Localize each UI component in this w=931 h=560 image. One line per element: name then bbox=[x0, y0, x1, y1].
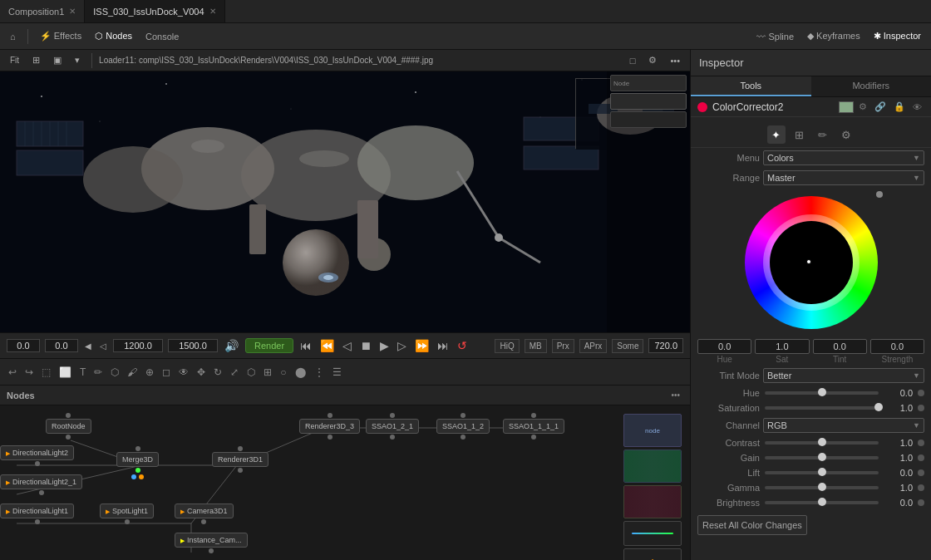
wand-tool-icon[interactable]: ✦ bbox=[767, 125, 786, 144]
gamma-slider-track[interactable] bbox=[765, 486, 879, 489]
node-dl1[interactable]: DirectionalLight1 bbox=[0, 504, 74, 525]
range-dropdown[interactable]: Master ▼ bbox=[763, 170, 924, 185]
paint-btn[interactable]: ✏ bbox=[91, 365, 106, 380]
contrast-slider-track[interactable] bbox=[765, 441, 879, 445]
channel-dropdown[interactable]: RGB ▼ bbox=[763, 418, 924, 433]
prev-btn[interactable]: ◀ bbox=[83, 340, 93, 352]
grid-tool-icon[interactable]: ⊞ bbox=[791, 125, 809, 144]
thumb-node-5[interactable]: ◆ bbox=[623, 548, 682, 560]
eye-btn[interactable]: 👁 bbox=[175, 365, 192, 380]
offset-input[interactable] bbox=[45, 339, 78, 352]
audio-btn[interactable]: 🔊 bbox=[223, 337, 240, 354]
step-fwd-btn[interactable]: ▷ bbox=[396, 337, 408, 354]
path-btn[interactable]: ⬡ bbox=[244, 365, 259, 380]
toolbar-home-btn[interactable]: ⌂ bbox=[5, 30, 21, 43]
nodes-btn[interactable]: ⬡ Nodes bbox=[90, 29, 137, 43]
node-inner-ssao12[interactable]: SSAO1_1_2 bbox=[436, 419, 490, 434]
menu-dropdown[interactable]: Colors ▼ bbox=[763, 150, 924, 165]
sat-value-input[interactable] bbox=[755, 339, 809, 354]
move-btn[interactable]: ✥ bbox=[194, 365, 209, 380]
node-settings-btn[interactable]: ⚙ bbox=[856, 101, 869, 113]
fast-fwd-btn[interactable]: ⏩ bbox=[413, 337, 431, 354]
saturation-slider-track[interactable] bbox=[765, 406, 879, 410]
tab-modifiers[interactable]: Modifiers bbox=[811, 76, 932, 96]
viewer-settings-btn[interactable]: ⚙ bbox=[643, 53, 662, 67]
tab-composition1[interactable]: Composition1 ✕ bbox=[0, 0, 85, 22]
node-instance[interactable]: Instance_Cam... bbox=[175, 533, 248, 554]
gain-slider-track[interactable] bbox=[765, 456, 879, 459]
end-frame-input[interactable] bbox=[168, 339, 218, 352]
text-btn[interactable]: T bbox=[76, 365, 89, 380]
color-wheel-wrapper[interactable] bbox=[745, 196, 878, 329]
tab-tools[interactable]: Tools bbox=[691, 76, 811, 96]
time-input[interactable] bbox=[7, 339, 40, 352]
node-renderer3d3[interactable]: Renderer3D_3 bbox=[299, 412, 360, 440]
tint-mode-dropdown[interactable]: Better ▼ bbox=[763, 368, 924, 383]
console-btn[interactable]: Console bbox=[140, 30, 184, 43]
node-inner-dl21[interactable]: DirectionalLight2_1 bbox=[0, 474, 82, 489]
node-rootnode[interactable]: RootNode bbox=[46, 412, 91, 440]
select-btn[interactable]: ⬚ bbox=[38, 365, 54, 380]
brush-btn[interactable]: 🖌 bbox=[124, 365, 140, 380]
hue-slider-thumb[interactable] bbox=[818, 388, 826, 396]
node-inner-dl1[interactable]: DirectionalLight1 bbox=[0, 504, 74, 518]
thumb-node-2[interactable] bbox=[623, 449, 682, 483]
hue-slider-track[interactable] bbox=[765, 391, 879, 395]
spline-btn[interactable]: 〰 Spline bbox=[751, 30, 799, 43]
contrast-reset[interactable] bbox=[918, 440, 924, 446]
settings-tool-icon[interactable]: ⚙ bbox=[837, 125, 855, 144]
node-dl21[interactable]: DirectionalLight2_1 bbox=[0, 474, 82, 496]
nodes-more-btn[interactable]: ••• bbox=[667, 389, 683, 401]
viewer-grid-btn[interactable]: ⊞ bbox=[27, 53, 45, 67]
polygon-btn[interactable]: ⬡ bbox=[107, 365, 122, 380]
node-inner-root[interactable]: RootNode bbox=[46, 419, 91, 434]
node-inner-ssao111[interactable]: SSAO1_1_1_1 bbox=[503, 419, 564, 434]
viewer-display-btn[interactable]: ▣ bbox=[48, 53, 66, 67]
play-btn[interactable]: ▶ bbox=[378, 337, 391, 354]
shape-btn[interactable]: ○ bbox=[277, 365, 289, 380]
tab-iss[interactable]: ISS_030_IssUnDock_V004 ✕ bbox=[85, 0, 224, 22]
node-inner-dl2[interactable]: DirectionalLight2 bbox=[0, 445, 74, 460]
gamma-slider-thumb[interactable] bbox=[818, 483, 826, 491]
gain-reset[interactable] bbox=[918, 454, 924, 461]
node-inner-ssao21[interactable]: SSAO1_2_1 bbox=[366, 419, 419, 434]
gain-slider-thumb[interactable] bbox=[818, 453, 826, 461]
node-merge3d[interactable]: Merge3D bbox=[116, 445, 159, 480]
rotate-btn[interactable]: ↻ bbox=[210, 365, 225, 380]
step-back-btn[interactable]: ◁ bbox=[341, 337, 353, 354]
thumb-node-4[interactable] bbox=[623, 521, 682, 546]
viewer-square-btn[interactable]: □ bbox=[625, 54, 641, 67]
node-link-btn[interactable]: 🔗 bbox=[872, 101, 889, 113]
node-dl2[interactable]: DirectionalLight2 bbox=[0, 445, 74, 467]
undo-btn[interactable]: ↩ bbox=[5, 365, 20, 380]
node-ssao12[interactable]: SSAO1_1_2 bbox=[436, 412, 490, 440]
prev-frame-btn[interactable]: ◁ bbox=[98, 340, 108, 352]
thumb-node-1[interactable]: node bbox=[623, 414, 682, 447]
pencil-tool-icon[interactable]: ✏ bbox=[814, 125, 832, 144]
effects-btn[interactable]: ⚡ Effects bbox=[35, 29, 87, 43]
saturation-slider-thumb[interactable] bbox=[874, 403, 883, 411]
node-camera[interactable]: Camera3D1 bbox=[175, 504, 234, 525]
strength-value-input[interactable] bbox=[870, 339, 924, 354]
hue-slider-reset[interactable] bbox=[918, 390, 924, 396]
contrast-slider-thumb[interactable] bbox=[818, 438, 826, 446]
marquee-btn[interactable]: ⬜ bbox=[56, 365, 75, 380]
node-lock-btn[interactable]: 🔒 bbox=[891, 101, 908, 113]
node-renderer3d1[interactable]: Renderer3D1 bbox=[212, 445, 268, 474]
stop-btn[interactable]: ⏹ bbox=[358, 337, 373, 354]
connect-btn[interactable]: ⬤ bbox=[292, 365, 309, 380]
keyframes-btn[interactable]: ◆ Keyframes bbox=[802, 29, 865, 43]
node-inner-renderer3d1[interactable]: Renderer3D1 bbox=[212, 452, 268, 467]
prx-btn[interactable]: Prx bbox=[552, 339, 574, 353]
brightness-slider-thumb[interactable] bbox=[818, 498, 826, 506]
lift-slider-track[interactable] bbox=[765, 471, 879, 474]
tab-close-iss[interactable]: ✕ bbox=[209, 7, 216, 16]
nodes-content[interactable]: RootNode DirectionalLight2 DirectionalLi… bbox=[0, 405, 690, 560]
lift-reset[interactable] bbox=[918, 469, 924, 476]
viewer-more-btn[interactable]: ••• bbox=[665, 54, 685, 67]
node-inner-spot[interactable]: SpotLight1 bbox=[100, 504, 154, 518]
reset-all-btn[interactable]: Reset All Color Changes bbox=[697, 515, 807, 535]
node-inner-camera[interactable]: Camera3D1 bbox=[175, 504, 234, 518]
inspector-btn[interactable]: ✱ Inspector bbox=[869, 29, 926, 43]
aprx-btn[interactable]: APrx bbox=[579, 339, 608, 353]
